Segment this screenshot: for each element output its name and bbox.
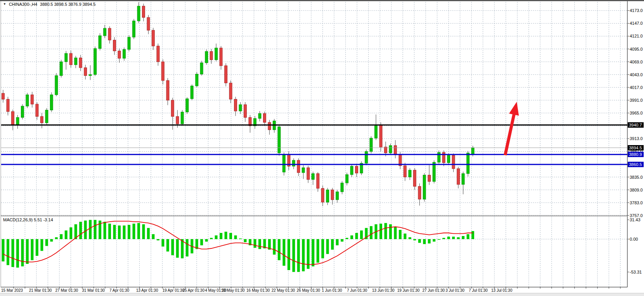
chart-canvas[interactable] — [0, 0, 644, 296]
mt4-chart-window: { "header": { "symbol_title": "CHINA300-… — [0, 0, 644, 296]
horizontal-scrollbar[interactable] — [0, 293, 644, 296]
